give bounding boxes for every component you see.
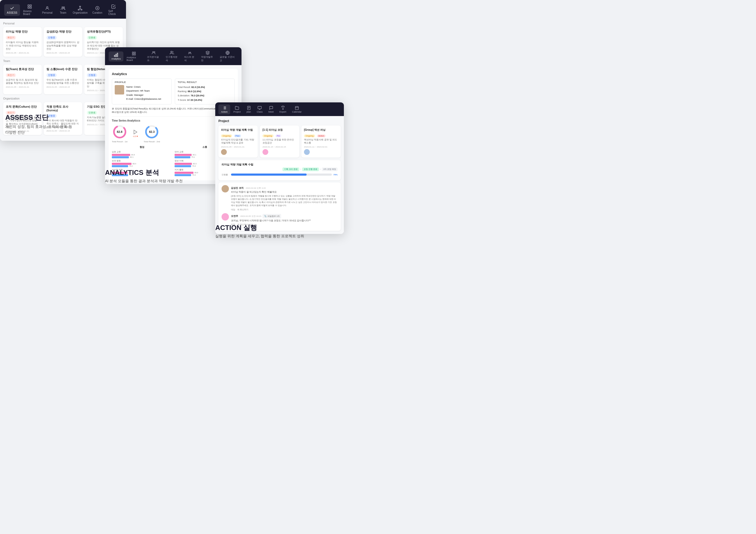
arrow-change: -0.5▼ (133, 129, 139, 138)
project-badge: Ongoing (262, 134, 274, 137)
bar-label: 보와 함동 (112, 159, 172, 162)
card-title: 감성(EQ) 역량 진단 (46, 30, 80, 34)
forward-button[interactable]: 에 회신하기 (237, 208, 248, 211)
donut2: 82.3 (144, 124, 159, 139)
type-badge: Action (317, 134, 326, 137)
comment-date: 2023.02.05 오전 10:21 (240, 215, 261, 217)
card-title: 팀 소통(level) 수준 진단 (46, 67, 80, 71)
action-window: Action Project plan Class Meet Expert Ca… (215, 102, 344, 234)
attachment: 📎 파일첨부 1개 (262, 214, 281, 218)
comment-detail: [코칭 의미] 1) 진단과 팀원의 역할을 동시에 수행하고 있는 상황을 고… (231, 195, 338, 207)
svg-marker-30 (134, 130, 137, 134)
analytics-topbar: Analytics Analytics Board 조직분석결과 인구통계분석 … (105, 47, 241, 65)
tab-competency[interactable]: 역량개발추천 (199, 49, 217, 64)
result-sdev: S.deviation: 78.3 (20.0%) (178, 93, 232, 98)
tab-expert[interactable]: Expert (277, 104, 289, 115)
result-box: TOTAL RESULT Total Result: 82.3 (15.3%) … (175, 78, 235, 104)
progress-bar-wrap: 진행률 75% (222, 173, 338, 176)
chart-title-0: 협업 (112, 146, 172, 149)
people-icon (170, 51, 174, 55)
bar-blue (112, 165, 128, 167)
svg-rect-9 (81, 9, 82, 10)
tab-analytics[interactable]: Analytics (109, 51, 123, 62)
card-badge: 진행중 (46, 36, 57, 40)
svg-rect-22 (132, 54, 134, 55)
comment-avatar (222, 185, 229, 193)
tab-global[interactable]: 글로벌 수준비교 (217, 49, 238, 64)
tab-action[interactable]: Action (218, 104, 230, 115)
tab-assess-board[interactable]: Assess Board (20, 3, 40, 17)
type-badge: Psl (276, 134, 281, 137)
card-badge: 진행중 (46, 73, 57, 77)
donut2-wrap: 82.3 Total Result - 2nd (144, 124, 160, 143)
assess-topbar: ASSESS Assess Board Personal Team Organi… (0, 0, 126, 19)
bar-blue (112, 156, 129, 158)
svg-rect-7 (80, 6, 81, 7)
tab-demographics[interactable]: 인구통계분석 (163, 49, 181, 64)
bar-row: 79.2 (112, 165, 172, 167)
tab-team[interactable]: Team (55, 4, 71, 16)
profile-grade-row: Grade: Manager (126, 93, 161, 97)
bar-chart-icon (114, 53, 118, 57)
tab-class[interactable]: Class (254, 104, 265, 115)
assess-card: 리더십 역량 진단 최인기 리더들의 리더십 향상을 지원하기 위한 리더십 역… (3, 27, 42, 57)
personal-title: Personal (3, 22, 123, 25)
tab-org-analysis[interactable]: 조직분석결과 (144, 49, 162, 64)
grid-icon (27, 4, 32, 9)
card-title: 조직 문화(Culture) 진단 (6, 105, 39, 109)
reply-button[interactable]: 대담 (231, 208, 235, 211)
tab-self-check[interactable]: Self Check (105, 3, 122, 17)
check2-icon (111, 4, 116, 9)
tab-calendar[interactable]: Calendar (289, 104, 305, 115)
bar-row: 84.9 (112, 154, 172, 156)
tab-plan[interactable]: plan (244, 104, 254, 115)
result-total: Total Result: 82.3 (15.3%) (178, 85, 232, 89)
profile-name-row: Name: Crew1 (126, 85, 161, 89)
profile-label: PROFILE (115, 81, 169, 84)
assess-card: 감성(EQ) 역량 진단 진행중 감성(EQ)역량의 경쟁력이다. 감성능력측을… (44, 27, 82, 57)
bar-row: 82.1 (112, 156, 172, 158)
tab-analytics-board[interactable]: Analytics Board (124, 50, 144, 63)
avatar (262, 149, 268, 155)
progress-bar-fill (231, 174, 307, 175)
progress-bar-bg (231, 174, 332, 175)
tab-test-analysis[interactable]: 테스트 분석 (182, 49, 198, 64)
svg-rect-19 (132, 52, 134, 53)
project-section-title: Project (218, 119, 341, 123)
analytics-bottom-text: ANALYTICS 분석 AI 분석 모듈을 통한 결과 분석과 역량 개발 추… (105, 168, 183, 183)
assess-bottom-text: ASSESS 진단 개인의 성장, 팀의 효과성, 조직의 문화 등 다양한 진… (5, 113, 72, 135)
assess-sub-text-1: 개인의 성장, 팀의 효과성, 조직의 문화 등 (5, 124, 72, 129)
svg-rect-1 (30, 5, 32, 6)
profile-info: Name: Crew1 Department: HR Team Grade: M… (126, 85, 161, 101)
tab-meet[interactable]: Meet (266, 104, 276, 115)
bar-blue (175, 156, 190, 158)
project-card-text: 1:1 리더십 코칭을 위한 온라인 코칭공간 (262, 138, 297, 145)
project-card-date: 2023.01.15 ~ 2023.02.15 (262, 146, 297, 148)
donut1: 82.8 (112, 124, 127, 139)
project-card: 리더십 역량 개발 계획 수립 Ongoing Plan 리더십대 진단결과를 … (218, 125, 258, 157)
tab-assess[interactable]: ASSESS (4, 4, 20, 16)
assess-main-title: ASSESS 진단 (5, 113, 72, 122)
tab-personal[interactable]: Personal (40, 4, 55, 16)
check-icon (10, 6, 14, 11)
tab-curation[interactable]: Curation (90, 4, 105, 16)
action-sub-text: 실행을 위한 계획을 세우고, 협력을 통한 프로젝트 성취 (215, 234, 304, 239)
assess-card: 팀(Team) 효과성 진단 최인기 성공적인 팀 조건, 팀성과와 팀결합을 … (3, 65, 42, 94)
progress-title: 리더십 역량 개발 계획 수립 (222, 163, 338, 167)
action-bottom-text: ACTION 실행 실행을 위한 계획을 세우고, 협력을 통한 프로젝트 성취 (215, 223, 304, 239)
card-badge: 최인기 (6, 36, 16, 40)
tab-organization[interactable]: Organization (71, 4, 89, 16)
commenter-name: 김성진 코치 (231, 187, 244, 189)
assess-card: 팀 소통(level) 수준 진단 진행중 우리 팀(Team)의 소통 수준과… (44, 65, 82, 94)
svg-rect-8 (78, 9, 80, 10)
svg-point-24 (154, 51, 155, 52)
comment-content: 김성진 코치 2023.02.04 오후 3:15 리더닝 적용이 잘 되고있는… (231, 185, 338, 211)
action-body: Project 리더십 역량 개발 계획 수립 Ongoing Plan 리더십… (215, 116, 344, 234)
progress-steps: 기획 크리 완료 › 코칭 진행 완료 › 3차 코칭 예정 (222, 168, 338, 171)
bar-pink (175, 163, 192, 165)
profile-dept-row: Department: HR Team (126, 89, 161, 93)
tab-project[interactable]: Project (231, 104, 243, 115)
donut2-value: 82.3 (149, 130, 155, 133)
step-future-1: 3차 코칭 예정 (322, 168, 338, 171)
avatar (304, 149, 310, 155)
